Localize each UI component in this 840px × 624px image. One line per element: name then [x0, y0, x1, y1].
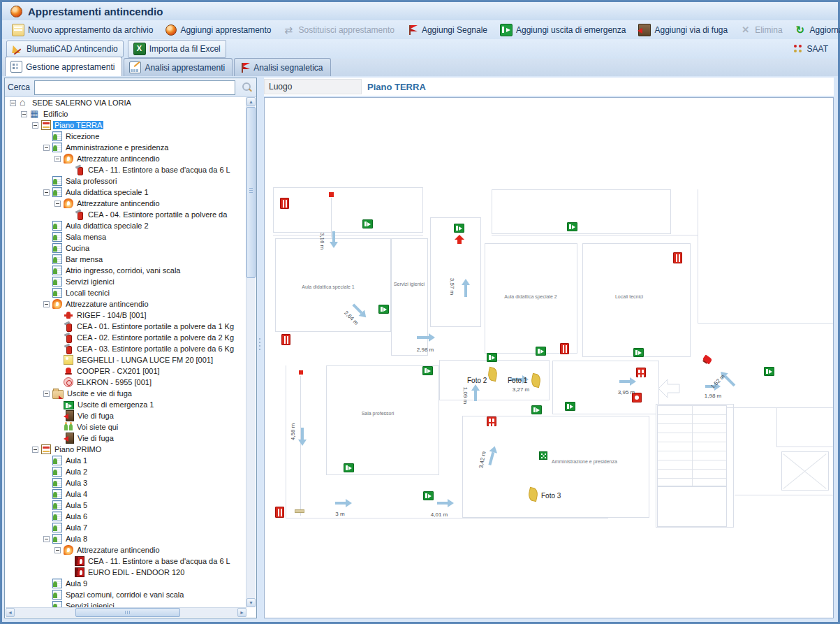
tree-item-attrezzature-antincendio[interactable]: Attrezzature antincendio [6, 198, 246, 209]
expander-minus-icon[interactable] [10, 100, 16, 106]
tree-item-aula-5[interactable]: Aula 5 [6, 500, 246, 511]
tree-horizontal-scrollbar[interactable]: ◄ ► [6, 607, 246, 617]
hydrant-sign-icon[interactable] [487, 416, 496, 426]
tree-item-cea-01-estintore-portatile-a-polvere-da-1-kg[interactable]: CEA - 01. Estintore portatile a polvere … [6, 321, 246, 332]
expander-minus-icon[interactable] [43, 536, 50, 542]
expander-minus-icon[interactable] [32, 122, 38, 129]
tree-item-attrezzature-antincendio[interactable]: Attrezzature antincendio [6, 298, 246, 310]
tree-item-sala-professori[interactable]: Sala professori [6, 175, 246, 187]
tree-item-servizi-igienici[interactable]: Servizi igienici [6, 600, 246, 607]
expander-minus-icon[interactable] [43, 145, 50, 151]
emergency-exit-sign-icon[interactable] [422, 366, 433, 375]
tree-item-locali-tecnici[interactable]: Locali tecnici [6, 287, 246, 298]
emergency-exit-sign-icon[interactable] [536, 347, 546, 356]
emergency-exit-sign-icon[interactable] [378, 305, 389, 314]
tree-item-cucina[interactable]: Cucina [6, 242, 246, 254]
tree-item-voi-siete-qui[interactable]: Voi siete qui [6, 421, 246, 433]
tree-item-cooper-cx201-001[interactable]: COOPER - CX201 [001] [6, 365, 246, 377]
emergency-exit-sign-icon[interactable] [764, 367, 774, 376]
hydrant-sign-icon[interactable] [636, 368, 646, 377]
panel-splitter[interactable] [257, 76, 262, 620]
horizontal-scroll-thumb[interactable] [75, 608, 180, 617]
search-icon[interactable] [240, 80, 253, 94]
tree-item-piano-primo[interactable]: Piano PRIMO [6, 444, 246, 455]
expander-minus-icon[interactable] [43, 391, 50, 397]
tree-vertical-scrollbar[interactable]: ▲ ▼ [246, 97, 256, 607]
vertical-scroll-thumb[interactable] [246, 107, 256, 278]
emergency-exit-sign-icon[interactable] [565, 402, 575, 411]
signal-flag-icon[interactable] [702, 355, 713, 366]
tree-item-aula-9[interactable]: Aula 9 [6, 578, 246, 589]
tree-item-aula-7[interactable]: Aula 7 [6, 522, 246, 533]
tree-item-aula-3[interactable]: Aula 3 [6, 477, 246, 488]
aggiungi-segnale-button[interactable]: Aggiungi Segnale [401, 22, 493, 38]
importa-da-fil-excel-button[interactable]: Importa da fil Excel [128, 40, 226, 58]
tree-item-cea-02-estintore-portatile-a-polvere-da-2-kg[interactable]: CEA - 02. Estintore portatile a polvere … [6, 332, 246, 343]
emergency-exit-sign-icon[interactable] [487, 353, 497, 362]
emergency-exit-sign-icon[interactable] [531, 405, 542, 414]
scroll-left-arrow[interactable]: ◄ [6, 608, 15, 617]
expander-minus-icon[interactable] [43, 301, 50, 307]
scroll-right-arrow[interactable]: ► [237, 608, 246, 617]
emergency-exit-sign-icon[interactable] [362, 219, 373, 228]
aggiungi-via-di-fuga-button[interactable]: Aggiungi via di fuga [633, 21, 733, 39]
tree-item-servizi-igienici[interactable]: Servizi igienici [6, 276, 246, 287]
scroll-down-arrow[interactable]: ▼ [246, 598, 256, 607]
tree-item-cea-04-estintore-portatile-a-polvere-da[interactable]: CEA - 04. Estintore portatile a polvere … [6, 209, 246, 220]
blumaticad-antincendio-button[interactable]: BlumatiCAD Antincendio [6, 41, 124, 57]
emergency-exit-sign-icon[interactable] [344, 463, 354, 472]
extinguisher-sign-icon[interactable] [673, 252, 682, 263]
expander-minus-icon[interactable] [54, 156, 61, 162]
tree-item-edificio[interactable]: Edificio [6, 108, 246, 119]
tree-item-spazi-comuni-corridoi-e-vani-scala[interactable]: Spazi comuni, corridoi e vani scala [6, 589, 246, 600]
tree-item-beghelli-lunga-luce-fm-20-001[interactable]: BEGHELLI - LUNGA LUCE FM 20 [001] [6, 354, 246, 365]
tree-item-vie-di-fuga[interactable]: Vie di fuga [6, 433, 246, 444]
expander-minus-icon[interactable] [54, 547, 61, 553]
red-up-arrow-icon[interactable] [455, 235, 464, 244]
tree-item-attrezzature-antincendio[interactable]: Attrezzature antincendio [6, 153, 246, 164]
tree-item-rigef-104-b-001[interactable]: RIGEF - 104/B [001] [6, 310, 246, 321]
extinguisher-sign-icon[interactable] [560, 343, 569, 354]
tab-gestione-apprestamenti[interactable]: Gestione apprestamenti [5, 57, 122, 76]
aggiungi-uscita-di-emergenza-button[interactable]: Aggiungi uscita di emergenza [494, 21, 631, 39]
tree-item-bar-mensa[interactable]: Bar mensa [6, 254, 246, 265]
tree-item-aula-1[interactable]: Aula 1 [6, 455, 246, 466]
tree-item-cea-11-estintore-a-base-d-acqua-da-6-l[interactable]: CEA - 11. Estintore a base d'acqua da 6 … [6, 556, 246, 567]
nuovo-apprestamento-da-archivio-button[interactable]: Nuovo apprestamento da archivio [6, 21, 159, 39]
tree-item-elkron-5955-001[interactable]: ELKRON - 5955 [001] [6, 377, 246, 388]
aggiorna-button[interactable]: Aggiorna [790, 22, 840, 38]
tree-item-aula-2[interactable]: Aula 2 [6, 466, 246, 477]
tree-item-aula-4[interactable]: Aula 4 [6, 488, 246, 500]
emergency-exit-sign-icon[interactable] [423, 491, 434, 500]
tree-item-vie-di-fuga[interactable]: Vie di fuga [6, 410, 246, 421]
emergency-exit-sign-icon[interactable] [567, 222, 577, 231]
tree-item-uscite-di-emergenza-1[interactable]: Uscite di emergenza 1 [6, 399, 246, 410]
emergency-exit-sign-icon[interactable] [454, 224, 464, 233]
aggiungi-apprestamento-button[interactable]: Aggiungi apprestamento [160, 22, 277, 38]
tree-item-aula-6[interactable]: Aula 6 [6, 511, 246, 522]
extinguisher-sign-icon[interactable] [281, 334, 290, 345]
tree-item-ricezione[interactable]: Ricezione [6, 131, 246, 142]
tree-item-attrezzature-antincendio[interactable]: Attrezzature antincendio [6, 544, 246, 556]
expander-minus-icon[interactable] [21, 111, 27, 117]
tree-item-euro-edil-endoor-120[interactable]: EURO EDIL - ENDOOR 120 [6, 567, 246, 578]
tree-item-sede-salerno-via-loria[interactable]: SEDE SALERNO VIA LORIA [6, 97, 246, 108]
tree-item-aula-didattica-speciale-1[interactable]: Aula didattica speciale 1 [6, 187, 246, 198]
search-input[interactable] [34, 80, 235, 95]
tree-item-sala-mensa[interactable]: Sala mensa [6, 231, 246, 242]
green-sign-icon[interactable] [539, 451, 547, 460]
emergency-exit-sign-icon[interactable] [633, 348, 644, 357]
scroll-up-arrow[interactable]: ▲ [246, 97, 256, 106]
tree-item-atrio-ingresso-corridoi-vani-scala[interactable]: Atrio ingresso, corridoi, vani scala [6, 265, 246, 276]
tree-item-cea-11-estintore-a-base-d-acqua-da-6-l[interactable]: CEA - 11. Estintore a base d'acqua da 6 … [6, 164, 246, 175]
expander-minus-icon[interactable] [54, 201, 61, 207]
tab-analisi-apprestamenti[interactable]: Analisi apprestamenti [124, 58, 233, 76]
tree-item-amministrazione-e-presidenza[interactable]: Amministrazione e presidenza [6, 142, 246, 153]
tab-analisi-segnaletica[interactable]: Analisi segnaletica [234, 58, 330, 76]
tree-item-cea-03-estintore-portatile-a-polvere-da-6-kg[interactable]: CEA - 03. Estintore portatile a polvere … [6, 343, 246, 354]
expander-minus-icon[interactable] [43, 189, 50, 196]
floor-plan-area[interactable]: Aula didattica speciale 1Servizi igienic… [264, 97, 834, 618]
expander-minus-icon[interactable] [32, 447, 38, 453]
tree-item-aula-8[interactable]: Aula 8 [6, 533, 246, 544]
tree-item-uscite-e-vie-di-fuga[interactable]: Uscite e vie di fuga [6, 388, 246, 399]
